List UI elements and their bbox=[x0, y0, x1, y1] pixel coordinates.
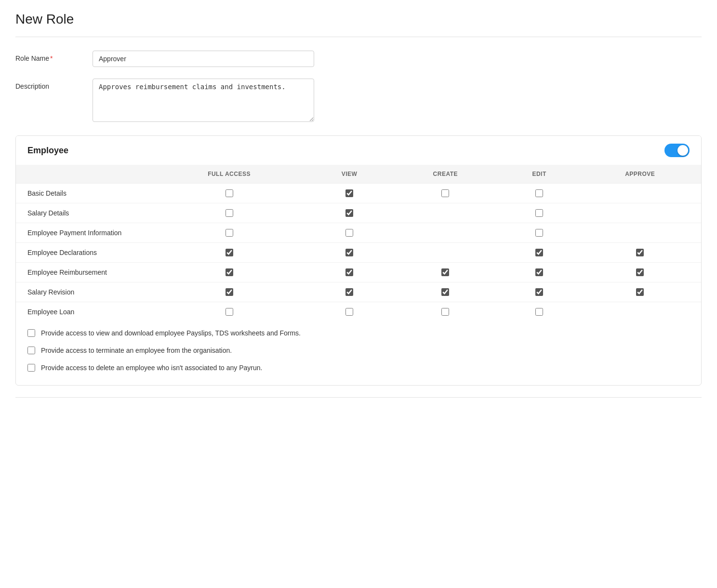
cell-approve-1 bbox=[579, 203, 701, 223]
view-checkbox-0[interactable] bbox=[345, 189, 353, 197]
view-checkbox-2[interactable] bbox=[345, 229, 353, 237]
view-checkbox-4[interactable] bbox=[345, 268, 353, 276]
table-row: Salary Details bbox=[16, 203, 701, 223]
cell-edit-3 bbox=[500, 243, 579, 263]
cell-approve-3 bbox=[579, 243, 701, 263]
checkbox-wrapper bbox=[399, 268, 492, 276]
cell-edit-6 bbox=[500, 302, 579, 322]
full_access-checkbox-5[interactable] bbox=[226, 288, 233, 296]
col-header-view: VIEW bbox=[307, 165, 391, 184]
row-name-3: Employee Declarations bbox=[16, 243, 151, 263]
extra-permission-payslips: Provide access to view and download empl… bbox=[27, 329, 690, 337]
cell-full_access-3 bbox=[151, 243, 307, 263]
checkbox-wrapper bbox=[507, 288, 571, 296]
cell-approve-2 bbox=[579, 223, 701, 243]
full_access-checkbox-6[interactable] bbox=[226, 308, 233, 316]
full_access-checkbox-2[interactable] bbox=[226, 229, 233, 237]
payslips-label: Provide access to view and download empl… bbox=[41, 329, 301, 337]
permissions-table-head: FULL ACCESS VIEW CREATE EDIT APPROVE bbox=[16, 165, 701, 184]
view-checkbox-6[interactable] bbox=[345, 308, 353, 316]
terminate-label: Provide access to terminate an employee … bbox=[41, 347, 232, 354]
form-section: Role Name* Description Approves reimburs… bbox=[15, 51, 702, 122]
checkbox-wrapper bbox=[315, 209, 384, 217]
permissions-header: Employee bbox=[16, 136, 701, 165]
full_access-checkbox-1[interactable] bbox=[226, 209, 233, 217]
edit-checkbox-5[interactable] bbox=[535, 288, 543, 296]
page-title: New Role bbox=[15, 12, 702, 27]
employee-toggle[interactable] bbox=[664, 144, 690, 157]
cell-full_access-2 bbox=[151, 223, 307, 243]
role-name-label: Role Name* bbox=[15, 51, 93, 62]
col-header-edit: EDIT bbox=[500, 165, 579, 184]
edit-checkbox-3[interactable] bbox=[535, 249, 543, 256]
cell-view-1 bbox=[307, 203, 391, 223]
cell-edit-4 bbox=[500, 263, 579, 282]
checkbox-wrapper bbox=[587, 288, 693, 296]
extra-permission-terminate: Provide access to terminate an employee … bbox=[27, 347, 690, 354]
cell-approve-5 bbox=[579, 282, 701, 302]
checkbox-wrapper bbox=[159, 268, 300, 276]
role-name-row: Role Name* bbox=[15, 51, 702, 67]
cell-edit-5 bbox=[500, 282, 579, 302]
checkbox-wrapper bbox=[507, 209, 571, 217]
approve-checkbox-4[interactable] bbox=[636, 268, 644, 276]
permissions-card: Employee FULL ACCESS VIEW CREATE EDIT AP… bbox=[15, 135, 702, 386]
description-row: Description Approves reimbursement claim… bbox=[15, 79, 702, 122]
bottom-divider bbox=[15, 397, 702, 398]
full_access-checkbox-3[interactable] bbox=[226, 249, 233, 256]
cell-view-2 bbox=[307, 223, 391, 243]
create-checkbox-0[interactable] bbox=[441, 189, 449, 197]
page-container: New Role Role Name* Description Approves… bbox=[0, 0, 717, 409]
checkbox-wrapper bbox=[315, 229, 384, 237]
checkbox-wrapper bbox=[315, 288, 384, 296]
role-name-input[interactable] bbox=[93, 51, 314, 67]
terminate-checkbox[interactable] bbox=[27, 347, 35, 354]
row-name-4: Employee Reimbursement bbox=[16, 263, 151, 282]
checkbox-wrapper bbox=[159, 209, 300, 217]
table-row: Employee Loan bbox=[16, 302, 701, 322]
cell-create-2 bbox=[391, 223, 500, 243]
table-row: Employee Reimbursement bbox=[16, 263, 701, 282]
checkbox-wrapper bbox=[159, 308, 300, 316]
edit-checkbox-0[interactable] bbox=[535, 189, 543, 197]
checkbox-wrapper bbox=[399, 288, 492, 296]
row-name-1: Salary Details bbox=[16, 203, 151, 223]
permissions-table-body: Basic DetailsSalary DetailsEmployee Paym… bbox=[16, 184, 701, 322]
checkbox-wrapper bbox=[587, 268, 693, 276]
delete-label: Provide access to delete an employee who… bbox=[41, 364, 263, 372]
create-checkbox-4[interactable] bbox=[441, 268, 449, 276]
checkbox-wrapper bbox=[159, 189, 300, 197]
cell-edit-2 bbox=[500, 223, 579, 243]
table-row: Salary Revision bbox=[16, 282, 701, 302]
payslips-checkbox[interactable] bbox=[27, 329, 35, 337]
cell-full_access-1 bbox=[151, 203, 307, 223]
edit-checkbox-6[interactable] bbox=[535, 308, 543, 316]
cell-create-0 bbox=[391, 184, 500, 203]
edit-checkbox-1[interactable] bbox=[535, 209, 543, 217]
full_access-checkbox-0[interactable] bbox=[226, 189, 233, 197]
edit-checkbox-4[interactable] bbox=[535, 268, 543, 276]
checkbox-wrapper bbox=[159, 229, 300, 237]
checkbox-wrapper bbox=[507, 249, 571, 256]
view-checkbox-3[interactable] bbox=[345, 249, 353, 256]
description-textarea[interactable]: Approves reimbursement claims and invest… bbox=[93, 79, 314, 122]
col-header-name bbox=[16, 165, 151, 184]
delete-checkbox[interactable] bbox=[27, 364, 35, 372]
view-checkbox-5[interactable] bbox=[345, 288, 353, 296]
checkbox-wrapper bbox=[587, 249, 693, 256]
table-row: Basic Details bbox=[16, 184, 701, 203]
approve-checkbox-5[interactable] bbox=[636, 288, 644, 296]
required-star: * bbox=[50, 54, 53, 62]
cell-create-3 bbox=[391, 243, 500, 263]
create-checkbox-6[interactable] bbox=[441, 308, 449, 316]
table-row: Employee Declarations bbox=[16, 243, 701, 263]
full_access-checkbox-4[interactable] bbox=[226, 268, 233, 276]
permissions-table: FULL ACCESS VIEW CREATE EDIT APPROVE Bas… bbox=[16, 165, 701, 321]
edit-checkbox-2[interactable] bbox=[535, 229, 543, 237]
cell-view-4 bbox=[307, 263, 391, 282]
approve-checkbox-3[interactable] bbox=[636, 249, 644, 256]
col-header-full-access: FULL ACCESS bbox=[151, 165, 307, 184]
cell-approve-4 bbox=[579, 263, 701, 282]
view-checkbox-1[interactable] bbox=[345, 209, 353, 217]
create-checkbox-5[interactable] bbox=[441, 288, 449, 296]
